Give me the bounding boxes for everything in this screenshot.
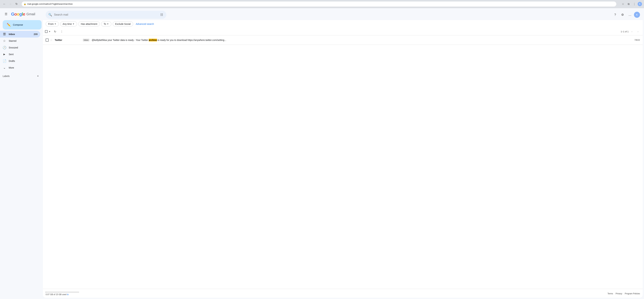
forward-button[interactable]: → [8,2,13,6]
advanced-search-link[interactable]: Advanced search [136,23,154,25]
to-filter-chip[interactable]: To ▼ [101,21,111,26]
user-avatar[interactable]: K [634,12,640,18]
footer-dot-1: · [614,293,614,295]
from-filter-chip[interactable]: From ▼ [46,21,59,26]
snippet-after: is ready for you to download https://any… [157,39,226,41]
snoozed-icon: 🕐 [3,46,6,49]
next-page-button[interactable]: › [635,29,641,34]
has-attachment-filter-chip[interactable]: Has attachment [78,21,100,26]
sidebar-item-snoozed[interactable]: 🕐 Snoozed [0,44,40,51]
footer-dot-2: · [623,293,624,295]
filter-row: From ▼ Any time ▼ Has attachment To ▼ Ex… [43,20,643,28]
email-checkbox[interactable] [46,38,49,41]
sidebar-header: ☰ Google Gmail [0,9,43,19]
top-bar: 🔍 ☷ ? ⚙ … K [43,9,643,20]
pagination-text: 1–1 of 1 [621,30,628,33]
labels-header: Labels + [0,72,43,80]
search-box: 🔍 ☷ [46,11,166,19]
more-options-button[interactable]: ⋮ [59,28,65,34]
toolbar: ▼ ↻ ⋮ 1–1 of 1 ‹ › [43,28,643,35]
search-button[interactable]: 🔍 [48,13,52,16]
help-button[interactable]: ? [612,11,618,18]
select-dropdown-button[interactable]: ▼ [48,30,51,33]
select-all-container[interactable]: ▼ [45,30,51,33]
to-dropdown-icon: ▼ [107,23,109,25]
star-button[interactable]: ☆ [50,38,53,42]
chevron-down-icon: ⌄ [3,66,6,69]
sidebar-item-sent[interactable]: ► Sent [0,51,40,58]
inbox-count: 209 [34,33,38,35]
gmail-logo[interactable]: Google Gmail [11,11,35,17]
sidebar-item-label: More [9,66,38,69]
select-all-checkbox[interactable] [45,30,48,33]
search-input[interactable] [54,13,158,16]
back-button[interactable]: ← [2,2,7,6]
email-snippet: @kellybethlisa your Twitter data is read… [92,39,632,41]
to-filter-label: To [104,23,106,25]
email-sender: Twitter [55,39,82,41]
apps-button[interactable]: … [626,11,633,18]
any-time-filter-chip[interactable]: Any time ▼ [60,21,77,26]
storage-section: 0.07 GB of 15 GB used ⧉ [46,292,79,296]
refresh-button[interactable]: ↻ [52,28,58,34]
address-bar[interactable]: 🔒 mail.google.com/mail/u/2/?ogbl#search/… [22,1,616,7]
has-attachment-label: Has attachment [81,23,97,25]
browser-chrome: ← → ↻ 🔒 mail.google.com/mail/u/2/?ogbl#s… [0,0,644,8]
storage-bar-container [46,292,79,293]
gmail-app: ☰ Google Gmail ✏️ Compose ☰ Inbox 209 ☆ … [0,8,644,299]
table-row[interactable]: ☆ Twitter Inbox @kellybethlisa your Twit… [43,35,643,45]
storage-used-text: 0.07 GB of 15 GB used [46,293,66,296]
privacy-link[interactable]: Privacy [616,293,622,295]
footer: 0.07 GB of 15 GB used ⧉ Terms · Privacy … [43,289,643,298]
sidebar-item-drafts[interactable]: 📄 Drafts [0,58,40,64]
program-policies-link[interactable]: Program Policies [625,293,640,295]
compose-label: Compose [13,23,23,26]
exclude-social-filter-chip[interactable]: Exclude Social [113,21,133,26]
sidebar-item-label: Inbox [9,33,31,35]
settings-button[interactable]: ⚙ [619,11,626,18]
sidebar: ☰ Google Gmail ✏️ Compose ☰ Inbox 209 ☆ … [0,8,43,299]
sidebar-item-inbox[interactable]: ☰ Inbox 209 [0,31,40,37]
sidebar-item-label: Sent [9,53,38,56]
footer-links: Terms · Privacy · Program Policies [608,293,640,295]
sidebar-item-label: Snoozed [9,46,38,49]
bookmark-icon[interactable]: ☆ [620,2,625,6]
sidebar-item-starred[interactable]: ☆ Starred [0,37,40,44]
email-list: ☆ Twitter Inbox @kellybethlisa your Twit… [43,35,643,289]
pagination-info: 1–1 of 1 ‹ › [621,29,641,34]
reload-button[interactable]: ↻ [14,2,19,6]
main-content: 🔍 ☷ ? ⚙ … K From ▼ Any time ▼ Has atta [43,9,643,298]
exclude-social-label: Exclude Social [115,23,131,25]
storage-text: 0.07 GB of 15 GB used ⧉ [46,293,79,296]
any-time-filter-label: Any time [63,23,72,25]
url-text: mail.google.com/mail/u/2/?ogbl#search/ar… [27,3,72,5]
from-filter-label: From [48,23,54,25]
drafts-icon: 📄 [3,59,6,63]
top-bar-actions: ? ⚙ … K [612,11,640,18]
logo-m: Google [11,11,25,17]
labels-title: Labels [3,75,10,77]
previous-page-button[interactable]: ‹ [629,29,634,34]
from-dropdown-icon: ▼ [54,23,56,25]
hamburger-button[interactable]: ☰ [3,11,10,17]
sidebar-item-label: Starred [9,39,38,42]
extensions-icon[interactable]: ⧉ [626,2,631,6]
snippet-highlight: archive [149,39,157,41]
sidebar-item-more[interactable]: ⌄ More [0,64,40,71]
lock-icon: 🔒 [24,3,26,5]
star-icon: ☆ [3,39,6,43]
chrome-avatar[interactable]: K [638,2,642,6]
chrome-actions: ☆ ⧉ ⋮ K [620,2,642,6]
add-label-button[interactable]: + [36,74,40,78]
storage-bar [46,292,46,293]
compose-icon: ✏️ [7,23,11,27]
inbox-icon: ☰ [3,32,6,36]
terms-link[interactable]: Terms [608,293,613,295]
any-time-dropdown-icon: ▼ [72,23,74,25]
compose-button[interactable]: ✏️ Compose [3,20,42,29]
email-date: 7/8/22 [634,39,640,41]
external-link-icon[interactable]: ⧉ [67,293,68,296]
search-filter-button[interactable]: ☷ [160,12,164,17]
settings-icon[interactable]: ⋮ [632,2,636,6]
sent-icon: ► [3,53,6,56]
